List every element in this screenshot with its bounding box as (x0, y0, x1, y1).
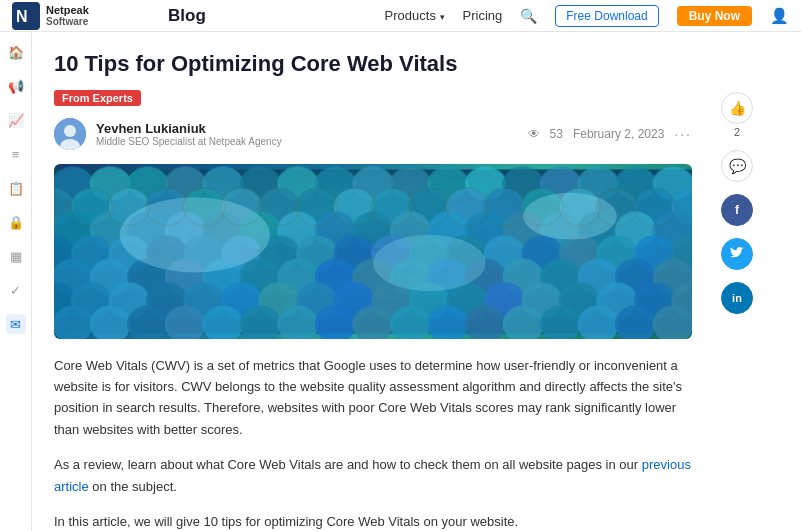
linkedin-button[interactable]: in (721, 282, 753, 314)
author-info: Yevhen Lukianiuk Middle SEO Specialist a… (96, 121, 518, 147)
main-layout: 10 Tips for Optimizing Core Web Vitals F… (32, 32, 801, 531)
hero-svg (54, 164, 692, 339)
top-navigation: N Netpeak Software Blog Products ▾ Prici… (0, 0, 801, 32)
logo-icon: N (12, 2, 40, 30)
view-count: 53 (550, 127, 563, 141)
search-icon[interactable]: 🔍 (520, 8, 537, 24)
content-area: 10 Tips for Optimizing Core Web Vitals F… (32, 32, 712, 531)
sidebar-list-icon[interactable]: 📋 (6, 178, 26, 198)
more-options-icon[interactable]: ··· (674, 126, 692, 142)
svg-point-3 (64, 125, 76, 137)
author-name: Yevhen Lukianiuk (96, 121, 518, 136)
article-title: 10 Tips for Optimizing Core Web Vitals (54, 50, 692, 79)
logo-text: Netpeak Software (46, 4, 89, 27)
comment-item: 💬 (721, 150, 753, 182)
article-paragraph-2: As a review, learn about what Core Web V… (54, 454, 692, 497)
nav-pricing[interactable]: Pricing (463, 8, 503, 23)
sidebar-lock-icon[interactable]: 🔒 (6, 212, 26, 232)
sidebar-menu-icon[interactable]: ≡ (6, 144, 26, 164)
article-paragraph-3: In this article, we will give 10 tips fo… (54, 511, 692, 531)
facebook-button[interactable]: f (721, 194, 753, 226)
author-role: Middle SEO Specialist at Netpeak Agency (96, 136, 518, 147)
article-paragraph-1: Core Web Vitals (CWV) is a set of metric… (54, 355, 692, 441)
sidebar-megaphone-icon[interactable]: 📢 (6, 76, 26, 96)
user-icon[interactable]: 👤 (770, 7, 789, 25)
svg-point-130 (523, 192, 617, 239)
svg-text:N: N (16, 8, 28, 25)
blog-heading: Blog (168, 6, 206, 26)
author-avatar (54, 118, 86, 150)
twitter-item (721, 238, 753, 270)
facebook-item: f (721, 194, 753, 226)
left-sidebar: 🏠 📢 📈 ≡ 📋 🔒 ▦ ✓ ✉ (0, 32, 32, 531)
comment-button[interactable]: 💬 (721, 150, 753, 182)
article-tag: From Experts (54, 90, 141, 106)
right-sidebar: 👍 2 💬 f in (712, 32, 762, 531)
like-count: 2 (734, 126, 740, 138)
svg-point-128 (120, 197, 270, 272)
linkedin-item: in (721, 282, 753, 314)
eye-icon: 👁 (528, 127, 540, 141)
article-date: February 2, 2023 (573, 127, 664, 141)
nav-links: Products ▾ Pricing 🔍 Free Download Buy N… (385, 5, 789, 27)
article-body: Core Web Vitals (CWV) is a set of metric… (54, 355, 692, 531)
twitter-icon (730, 247, 744, 261)
avatar-image (54, 118, 86, 150)
sidebar-chart-icon[interactable]: 📈 (6, 110, 26, 130)
nav-products[interactable]: Products ▾ (385, 8, 445, 23)
sidebar-home-icon[interactable]: 🏠 (6, 42, 26, 62)
buy-now-button[interactable]: Buy Now (677, 6, 752, 26)
sidebar-email-icon[interactable]: ✉ (6, 314, 26, 334)
sidebar-grid-icon[interactable]: ▦ (6, 246, 26, 266)
free-download-button[interactable]: Free Download (555, 5, 658, 27)
hero-image (54, 164, 692, 339)
like-item: 👍 2 (721, 92, 753, 138)
author-row: Yevhen Lukianiuk Middle SEO Specialist a… (54, 118, 692, 150)
twitter-button[interactable] (721, 238, 753, 270)
sidebar-check-icon[interactable]: ✓ (6, 280, 26, 300)
author-meta: 👁 53 February 2, 2023 ··· (528, 126, 692, 142)
logo[interactable]: N Netpeak Software (12, 2, 142, 30)
svg-point-129 (373, 235, 486, 291)
like-button[interactable]: 👍 (721, 92, 753, 124)
